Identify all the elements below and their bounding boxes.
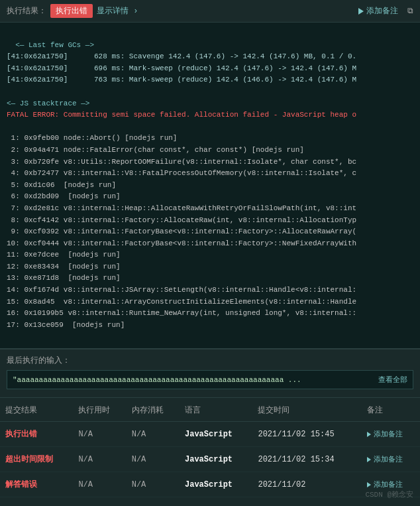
table-row: 执行出错N/AN/AJavaScript2021/11/02 15:45添加备注 — [0, 422, 420, 447]
cell-memory: N/A — [127, 447, 180, 472]
play-icon-small — [367, 457, 371, 462]
cell-note: 添加备注 — [362, 447, 420, 472]
col-header-time: 执行用时 — [73, 398, 126, 422]
cell-time: N/A — [73, 447, 126, 472]
cell-status: 超出时间限制 — [0, 447, 73, 472]
add-note-button-row[interactable]: 添加备注 — [367, 454, 403, 464]
col-header-lang: 语言 — [180, 398, 252, 422]
play-icon — [358, 8, 364, 15]
add-note-button-row[interactable]: 添加备注 — [367, 429, 403, 439]
error-output: <— Last few GCs —> [41:0x62a1750] 628 ms… — [0, 23, 420, 349]
last-input-section: 最后执行的输入： "aaaaaaaaaaaaaaaaaaaaaaaaaaaaaa… — [0, 349, 420, 398]
cell-memory: N/A — [127, 472, 180, 497]
gc-header: <— Last few GCs —> — [15, 41, 94, 49]
cell-time: N/A — [73, 472, 126, 497]
add-note-button[interactable]: 添加备注 — [358, 5, 398, 17]
cell-submit-time: 2021/11/02 15:45 — [252, 422, 362, 447]
cell-submit-time: 2021/11/02 — [252, 472, 362, 497]
cell-status: 解答错误 — [0, 472, 73, 497]
js-header: <— JS stacktrace —> — [7, 99, 89, 107]
gc-lines: [41:0x62a1750] 628 ms: Scavenge 142.4 (1… — [7, 51, 413, 86]
col-header-submit-time: 提交时间 — [252, 398, 362, 422]
toolbar-label: 执行结果： — [7, 5, 46, 17]
last-input-value: "aaaaaaaaaaaaaaaaaaaaaaaaaaaaaaaaaaaaaaa… — [13, 376, 373, 384]
tab-details[interactable]: 显示详情 › — [97, 5, 138, 17]
fatal-line: FATAL ERROR: Committing semi space faile… — [7, 109, 413, 121]
tab-error[interactable]: 执行出错 — [50, 4, 93, 18]
results-table-section: 提交结果 执行用时 内存消耗 语言 提交时间 备注 执行出错N/AN/AJava… — [0, 398, 420, 497]
toolbar: 执行结果： 执行出错 显示详情 › 添加备注 ⧉ — [0, 0, 420, 23]
col-header-note: 备注 — [362, 398, 420, 422]
cell-note: 添加备注 — [362, 422, 420, 447]
cell-lang: JavaScript — [180, 422, 252, 447]
cell-submit-time: 2021/11/02 15:34 — [252, 447, 362, 472]
copy-icon[interactable]: ⧉ — [407, 7, 413, 16]
view-all-button[interactable]: 查看全部 — [378, 375, 407, 385]
table-row: 超出时间限制N/AN/AJavaScript2021/11/02 15:34添加… — [0, 447, 420, 472]
stack-frames: 1: 0x9feb00 node::Abort() [nodejs run] 2… — [7, 133, 413, 331]
cell-lang: JavaScript — [180, 472, 252, 497]
play-icon-small — [367, 432, 371, 437]
cell-memory: N/A — [127, 422, 180, 447]
add-note-button-row[interactable]: 添加备注 — [367, 479, 403, 489]
col-header-memory: 内存消耗 — [127, 398, 180, 422]
cell-status: 执行出错 — [0, 422, 73, 447]
table-row: 解答错误N/AN/AJavaScript2021/11/02添加备注 — [0, 472, 420, 497]
cell-lang: JavaScript — [180, 447, 252, 472]
col-header-status: 提交结果 — [0, 398, 73, 422]
results-table: 提交结果 执行用时 内存消耗 语言 提交时间 备注 执行出错N/AN/AJava… — [0, 398, 420, 497]
last-input-label: 最后执行的输入： — [7, 355, 413, 366]
play-icon-small — [367, 482, 371, 487]
last-input-box: "aaaaaaaaaaaaaaaaaaaaaaaaaaaaaaaaaaaaaaa… — [7, 370, 413, 389]
table-header-row: 提交结果 执行用时 内存消耗 语言 提交时间 备注 — [0, 398, 420, 422]
watermark: CSDN @赖念安 — [365, 489, 413, 499]
cell-time: N/A — [73, 422, 126, 447]
